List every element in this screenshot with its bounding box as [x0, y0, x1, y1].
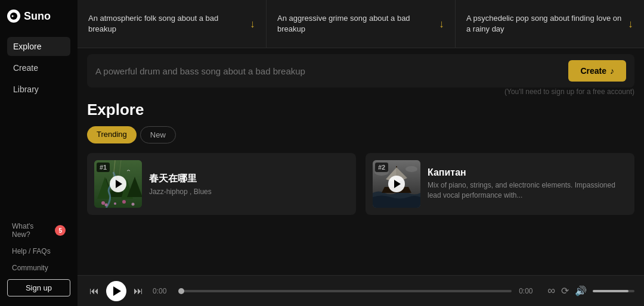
play-pause-button[interactable]	[106, 281, 126, 301]
player-controls: ⏮ ⏭	[87, 281, 145, 301]
suggestion-card-1[interactable]: An aggressive grime song about a bad bre…	[267, 0, 456, 48]
play-circle-2	[388, 176, 405, 192]
explore-title: Explore	[87, 101, 634, 119]
song-info-1: 春天在哪里 Jazz-hiphop , Blues	[149, 173, 349, 196]
create-input[interactable]	[95, 66, 562, 76]
explore-section: Explore Trending New	[78, 101, 644, 275]
logo-icon	[7, 10, 20, 23]
suggestion-text-2: A psychedelic pop song about finding lov…	[466, 13, 622, 35]
player-bar: ⏮ ⏭ 0:00 0:00 ∞ ⟳ 🔊	[78, 275, 644, 306]
suggestion-card-0[interactable]: An atmospheric folk song about a bad bre…	[78, 0, 267, 48]
suggestion-text-0: An atmospheric folk song about a bad bre…	[88, 13, 244, 35]
play-triangle-1	[116, 180, 122, 188]
skip-back-icon: ⏮	[89, 286, 99, 296]
whats-new-badge: 5	[55, 225, 66, 236]
song-title-1: 春天在哪里	[149, 173, 349, 185]
time-current: 0:00	[153, 287, 174, 295]
sidebar-item-explore[interactable]: Explore	[7, 37, 70, 56]
sidebar-item-create[interactable]: Create	[7, 58, 70, 77]
song-info-2: Капитан Mix of piano, strings, and elect…	[428, 167, 627, 201]
skip-forward-icon: ⏭	[134, 286, 143, 296]
time-total: 0:00	[519, 287, 540, 295]
suggestion-arrow-2: ↓	[628, 18, 633, 30]
main-content: An atmospheric folk song about a bad bre…	[78, 0, 644, 306]
sidebar-item-help[interactable]: Help / FAQs	[7, 243, 70, 259]
suggestion-text-1: An aggressive grime song about a bad bre…	[277, 13, 433, 35]
create-bar-wrapper: Create ♪	[87, 54, 634, 88]
create-bar: Create ♪	[87, 54, 634, 88]
sidebar-item-whats-new[interactable]: What's New? 5	[7, 218, 70, 242]
song-desc-2: Mix of piano, strings, and electronic el…	[428, 180, 627, 201]
tabs: Trending New	[87, 126, 634, 143]
logo-text: Suno	[24, 10, 51, 23]
skip-forward-button[interactable]: ⏭	[131, 283, 145, 299]
tab-new[interactable]: New	[140, 126, 176, 143]
progress-bar[interactable]	[181, 290, 512, 292]
play-triangle-2	[394, 180, 401, 188]
sidebar-nav: Explore Create Library	[7, 37, 70, 99]
sidebar-bottom: What's New? 5 Help / FAQs Community Sign…	[7, 218, 70, 296]
song-genre-1: Jazz-hiphop , Blues	[149, 188, 349, 196]
sidebar: Suno Explore Create Library What's New? …	[0, 0, 78, 306]
tab-trending[interactable]: Trending	[87, 126, 137, 143]
skip-back-button[interactable]: ⏮	[87, 283, 101, 299]
progress-dot	[178, 288, 184, 294]
svg-point-1	[12, 15, 14, 17]
volume-icon[interactable]: 🔊	[575, 285, 587, 296]
song-cards: #1 春天在哪里 Jazz-hiphop , Blues	[87, 153, 634, 215]
volume-bar[interactable]	[593, 290, 634, 292]
player-right: ∞ ⟳ 🔊	[547, 285, 634, 297]
song-thumbnail-1: #1	[94, 160, 142, 208]
suggestion-arrow-1: ↓	[439, 18, 444, 30]
song-card-2[interactable]: #2 Капитан Mix of piano, strings, and el…	[366, 153, 634, 215]
play-overlay-1[interactable]	[94, 160, 142, 208]
loop-button[interactable]: ∞	[547, 285, 555, 297]
sidebar-item-community[interactable]: Community	[7, 260, 70, 276]
play-overlay-2[interactable]	[373, 160, 420, 208]
song-card-1[interactable]: #1 春天在哪里 Jazz-hiphop , Blues	[87, 153, 356, 215]
suggestion-row: An atmospheric folk song about a bad bre…	[78, 0, 644, 48]
song-title-2: Капитан	[428, 167, 627, 178]
volume-fill	[593, 290, 628, 292]
repeat-button[interactable]: ⟳	[561, 285, 569, 296]
logo: Suno	[7, 10, 70, 23]
sidebar-item-library[interactable]: Library	[7, 80, 70, 99]
play-icon	[113, 286, 121, 296]
signup-hint: (You'll need to sign up for a free accou…	[78, 88, 644, 101]
signup-button[interactable]: Sign up	[7, 279, 70, 296]
play-circle-1	[110, 176, 126, 192]
create-button[interactable]: Create ♪	[568, 60, 626, 82]
suggestion-card-2[interactable]: A psychedelic pop song about finding lov…	[456, 0, 644, 48]
song-thumbnail-2: #2	[373, 160, 420, 208]
suggestion-arrow-0: ↓	[250, 18, 255, 30]
